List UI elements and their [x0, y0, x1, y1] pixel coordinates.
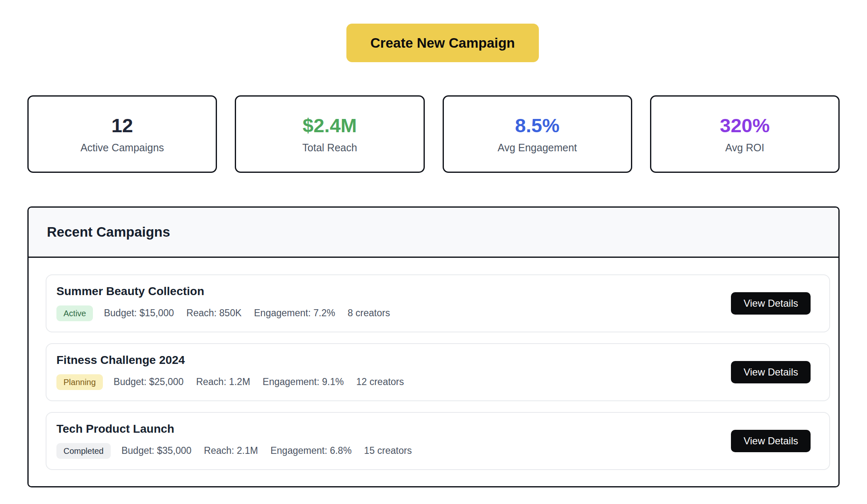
- campaign-reach: Reach: 850K: [186, 308, 241, 318]
- stat-label: Active Campaigns: [80, 143, 164, 153]
- view-details-button[interactable]: View Details: [731, 430, 811, 452]
- campaign-budget: Budget: $15,000: [104, 308, 174, 318]
- stat-value: $2.4M: [303, 116, 357, 135]
- stat-label: Avg Engagement: [497, 143, 577, 153]
- campaign-row: Summer Beauty Collection Active Budget: …: [46, 274, 830, 332]
- campaign-engagement: Engagement: 7.2%: [254, 308, 335, 318]
- campaign-info: Tech Product Launch Completed Budget: $3…: [56, 423, 412, 459]
- campaign-budget: Budget: $35,000: [122, 446, 192, 456]
- stat-label: Avg ROI: [725, 143, 764, 153]
- top-bar: Create New Campaign: [0, 0, 867, 62]
- status-badge: Planning: [56, 374, 103, 390]
- create-new-campaign-button[interactable]: Create New Campaign: [346, 24, 539, 62]
- stat-card-total-reach: $2.4M Total Reach: [235, 95, 424, 173]
- campaign-name: Summer Beauty Collection: [56, 286, 390, 297]
- stat-card-active-campaigns: 12 Active Campaigns: [27, 95, 217, 173]
- recent-campaigns-panel: Recent Campaigns Summer Beauty Collectio…: [27, 206, 840, 487]
- campaign-meta: Planning Budget: $25,000 Reach: 1.2M Eng…: [56, 374, 404, 390]
- panel-title: Recent Campaigns: [47, 224, 820, 240]
- campaign-engagement: Engagement: 9.1%: [263, 377, 344, 387]
- campaign-creators: 12 creators: [356, 377, 404, 387]
- campaign-row: Fitness Challenge 2024 Planning Budget: …: [46, 343, 830, 401]
- stat-label: Total Reach: [302, 143, 357, 153]
- view-details-button[interactable]: View Details: [731, 292, 811, 315]
- campaign-reach: Reach: 2.1M: [204, 446, 258, 456]
- campaign-creators: 8 creators: [348, 308, 390, 318]
- campaign-dashboard: Create New Campaign 12 Active Campaigns …: [0, 0, 867, 504]
- view-details-button[interactable]: View Details: [731, 361, 811, 383]
- recent-campaigns-header: Recent Campaigns: [29, 208, 838, 258]
- campaign-creators: 15 creators: [364, 446, 412, 456]
- campaign-info: Summer Beauty Collection Active Budget: …: [56, 286, 390, 321]
- stats-row: 12 Active Campaigns $2.4M Total Reach 8.…: [27, 95, 840, 173]
- stat-value: 8.5%: [515, 116, 560, 135]
- campaign-name: Tech Product Launch: [56, 423, 412, 435]
- status-badge: Active: [56, 305, 93, 321]
- campaign-name: Fitness Challenge 2024: [56, 354, 404, 366]
- stat-card-avg-roi: 320% Avg ROI: [650, 95, 840, 173]
- campaign-row: Tech Product Launch Completed Budget: $3…: [46, 412, 830, 470]
- stat-card-avg-engagement: 8.5% Avg Engagement: [443, 95, 632, 173]
- campaign-reach: Reach: 1.2M: [196, 377, 250, 387]
- campaign-budget: Budget: $25,000: [114, 377, 184, 387]
- campaign-info: Fitness Challenge 2024 Planning Budget: …: [56, 354, 404, 390]
- stat-value: 320%: [720, 116, 770, 135]
- recent-campaigns-list: Summer Beauty Collection Active Budget: …: [29, 258, 838, 486]
- status-badge: Completed: [56, 443, 111, 459]
- campaign-meta: Completed Budget: $35,000 Reach: 2.1M En…: [56, 443, 412, 459]
- stat-value: 12: [111, 116, 133, 135]
- campaign-engagement: Engagement: 6.8%: [270, 446, 352, 456]
- campaign-meta: Active Budget: $15,000 Reach: 850K Engag…: [56, 305, 390, 321]
